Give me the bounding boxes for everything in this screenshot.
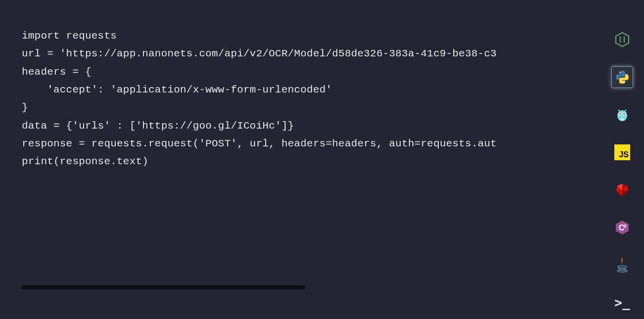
code-line: print(response.text) [22, 153, 572, 171]
svg-marker-13 [616, 190, 622, 196]
ruby-icon [614, 182, 630, 198]
svg-point-20 [617, 270, 627, 272]
svg-text:#: # [624, 224, 627, 229]
svg-marker-0 [616, 33, 629, 46]
svg-point-2 [624, 81, 625, 82]
code-line: response = requests.request('POST', url,… [22, 135, 572, 153]
lang-csharp-button[interactable]: C # [611, 217, 633, 238]
code-line: import requests [22, 27, 572, 45]
code-editor[interactable]: import requestsurl = 'https://app.nanone… [0, 0, 594, 319]
code-line: } [22, 99, 572, 117]
nodejs-icon [614, 32, 630, 47]
csharp-icon: C # [614, 220, 630, 235]
horizontal-scrollbar[interactable] [22, 285, 305, 289]
svg-marker-14 [622, 190, 628, 196]
javascript-icon: JS [614, 144, 630, 160]
golang-icon [614, 107, 630, 123]
lang-python-button[interactable] [611, 66, 633, 88]
svg-point-7 [624, 113, 625, 114]
lang-java-button[interactable] [611, 254, 633, 276]
code-line: 'accept': 'application/x-www-form-urlenc… [22, 81, 572, 99]
lang-ruby-button[interactable] [611, 179, 633, 201]
code-line: headers = { [22, 63, 572, 81]
code-line: url = 'https://app.nanonets.com/api/v2/O… [22, 45, 572, 63]
language-sidebar: JS C # >_ [610, 29, 634, 314]
code-line: data = {'urls' : ['https://goo.gl/ICoiHc… [22, 117, 572, 135]
svg-point-1 [620, 72, 621, 73]
java-icon [614, 257, 630, 273]
svg-rect-9 [620, 119, 624, 120]
lang-javascript-button[interactable]: JS [611, 141, 633, 163]
lang-nodejs-button[interactable] [611, 29, 633, 50]
lang-golang-button[interactable] [611, 104, 633, 126]
svg-point-6 [620, 113, 621, 114]
python-icon [614, 69, 630, 85]
shell-icon: >_ [614, 295, 630, 310]
lang-shell-button[interactable]: >_ [611, 292, 633, 314]
svg-point-8 [621, 116, 623, 117]
